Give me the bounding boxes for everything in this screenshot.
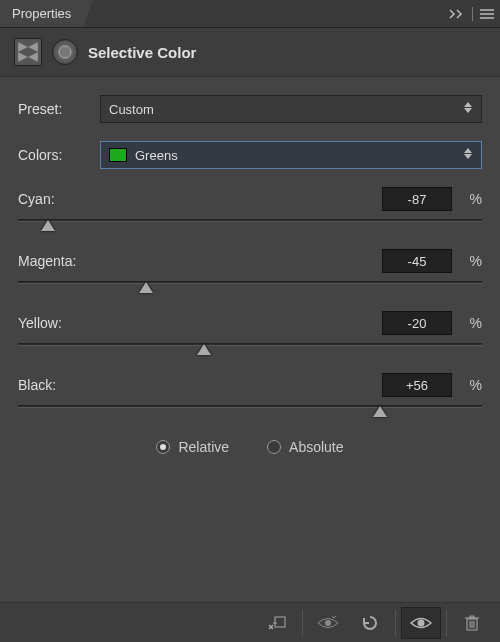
panel-title-bar: Properties xyxy=(0,0,500,28)
svg-rect-0 xyxy=(472,7,473,21)
svg-point-4 xyxy=(418,619,425,626)
svg-point-3 xyxy=(325,620,331,626)
panel-divider-icon xyxy=(470,6,476,22)
cyan-slider[interactable] xyxy=(18,217,482,231)
yellow-slider-thumb[interactable] xyxy=(197,344,211,355)
colors-label: Colors: xyxy=(18,147,90,163)
yellow-slider-group: Yellow: -20 % xyxy=(18,311,482,355)
radio-icon xyxy=(156,440,170,454)
cyan-slider-thumb[interactable] xyxy=(41,220,55,231)
svg-rect-2 xyxy=(275,617,285,627)
magenta-value-input[interactable]: -45 xyxy=(382,249,452,273)
delete-button[interactable] xyxy=(452,607,492,639)
magenta-slider[interactable] xyxy=(18,279,482,293)
absolute-label: Absolute xyxy=(289,439,343,455)
preset-dropdown[interactable]: Custom xyxy=(100,95,482,123)
preset-label: Preset: xyxy=(18,101,90,117)
layer-thumb-icon xyxy=(14,38,42,66)
colors-dropdown[interactable]: Greens xyxy=(100,141,482,169)
relative-label: Relative xyxy=(178,439,229,455)
panel-menu-icon[interactable] xyxy=(480,9,494,19)
magenta-unit: % xyxy=(452,253,482,269)
magenta-slider-thumb[interactable] xyxy=(139,282,153,293)
cyan-unit: % xyxy=(452,191,482,207)
panel-footer xyxy=(0,602,500,642)
relative-radio[interactable]: Relative xyxy=(156,439,229,455)
black-unit: % xyxy=(452,377,482,393)
yellow-slider[interactable] xyxy=(18,341,482,355)
black-slider[interactable] xyxy=(18,403,482,417)
properties-tab[interactable]: Properties xyxy=(0,0,83,27)
colors-row: Colors: Greens xyxy=(18,141,482,169)
svg-point-1 xyxy=(59,46,71,58)
cyan-slider-group: Cyan: -87 % xyxy=(18,187,482,231)
dropdown-arrows-icon xyxy=(463,101,473,117)
preset-row: Preset: Custom xyxy=(18,95,482,123)
toggle-visibility-button[interactable] xyxy=(401,607,441,639)
radio-icon xyxy=(267,440,281,454)
dropdown-arrows-icon xyxy=(463,147,473,163)
absolute-radio[interactable]: Absolute xyxy=(267,439,343,455)
black-value-input[interactable]: +56 xyxy=(382,373,452,397)
cyan-label: Cyan: xyxy=(18,191,382,207)
yellow-unit: % xyxy=(452,315,482,331)
properties-tab-label: Properties xyxy=(12,6,71,21)
cyan-value-input[interactable]: -87 xyxy=(382,187,452,211)
preset-value: Custom xyxy=(109,102,455,117)
black-slider-thumb[interactable] xyxy=(373,406,387,417)
selective-color-icon xyxy=(52,39,78,65)
clip-to-layer-button[interactable] xyxy=(257,607,297,639)
yellow-value-input[interactable]: -20 xyxy=(382,311,452,335)
magenta-label: Magenta: xyxy=(18,253,382,269)
properties-panel: Properties Selective Color Preset: xyxy=(0,0,500,642)
mode-radio-group: Relative Absolute xyxy=(18,439,482,455)
view-previous-state-button[interactable] xyxy=(308,607,348,639)
magenta-slider-group: Magenta: -45 % xyxy=(18,249,482,293)
adjustment-title: Selective Color xyxy=(88,44,196,61)
yellow-label: Yellow: xyxy=(18,315,382,331)
black-label: Black: xyxy=(18,377,382,393)
black-slider-group: Black: +56 % xyxy=(18,373,482,417)
collapse-icon[interactable] xyxy=(448,8,466,20)
colors-value: Greens xyxy=(135,148,455,163)
color-swatch-icon xyxy=(109,148,127,162)
adjustment-header: Selective Color xyxy=(0,28,500,77)
reset-button[interactable] xyxy=(350,607,390,639)
panel-body: Preset: Custom Colors: Greens Cyan: -87 … xyxy=(0,77,500,602)
